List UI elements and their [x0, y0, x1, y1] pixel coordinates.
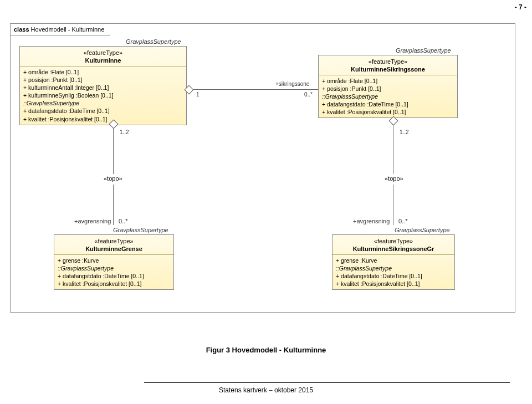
attr: + datafangstdato :DateTime [0..1] — [336, 272, 451, 280]
stereotype: «featureType» — [58, 237, 170, 245]
topo-line — [113, 185, 114, 225]
role-avgrensning: +avgrensning — [353, 218, 390, 224]
attr: + område :Flate [0..1] — [322, 77, 454, 85]
class-name: KulturminneSikringssone — [322, 65, 454, 73]
attr: + grense :Kurve — [58, 257, 170, 264]
assoc-line — [186, 89, 318, 90]
attr: + datafangstdato :DateTime [0..1] — [23, 107, 183, 115]
attr: + datafangstdato :DateTime [0..1] — [58, 272, 170, 280]
attr: + kvalitet :Posisjonskvalitet [0..1] — [23, 115, 183, 123]
stereotype: «featureType» — [23, 49, 183, 57]
mult-0star: 0..* — [398, 218, 408, 224]
attr: + kulturminneAntall :Integer [0..1] — [23, 84, 183, 91]
class-header: «featureType» KulturminneGrense — [54, 235, 173, 255]
diagram-frame: class Hovedmodell - Kulturminne Gravplas… — [10, 23, 515, 313]
mult-1-2: 1..2 — [400, 129, 409, 135]
class-sikringssone: «featureType» KulturminneSikringssone + … — [318, 55, 458, 118]
figure-caption: Figur 3 Hovedmodell - Kulturminne — [0, 346, 532, 354]
footer-text: Statens kartverk – oktober 2015 — [0, 386, 532, 394]
class-header: «featureType» Kulturminne — [20, 47, 186, 67]
attr-inherited-header: ::GravplassSupertype — [58, 264, 170, 272]
class-header: «featureType» KulturminneSikringssone — [319, 55, 457, 75]
class-header: «featureType» KulturminneSikringssoneGr — [332, 235, 454, 255]
class-attrs: + grense :Kurve ::GravplassSupertype + d… — [332, 255, 454, 290]
attr: + kvalitet :Posisjonskvalitet [0..1] — [336, 280, 451, 288]
footer-divider — [144, 382, 510, 383]
attr: + posisjon :Punkt [0..1] — [322, 85, 454, 93]
attr: + posisjon :Punkt [0..1] — [23, 76, 183, 84]
role-sikringssone: +sikringssone — [275, 81, 309, 87]
topo-label: «topo» — [385, 175, 403, 182]
frame-title-prefix: class — [14, 26, 31, 33]
mult-1-2: 1..2 — [120, 129, 129, 135]
attr: + kvalitet :Posisjonskvalitet [0..1] — [58, 280, 170, 288]
attr: + kvalitet :Posisjonskvalitet [0..1] — [322, 108, 454, 116]
class-name: Kulturminne — [23, 57, 183, 64]
supertype-label: GravplassSupertype — [395, 227, 450, 233]
class-name: KulturminneSikringssoneGr — [336, 245, 451, 253]
mult-1: 1 — [196, 91, 200, 98]
role-avgrensning: +avgrensning — [74, 218, 111, 224]
stereotype: «featureType» — [336, 237, 451, 245]
topo-label: «topo» — [104, 175, 122, 182]
mult-0star: 0..* — [304, 91, 313, 98]
supertype-label: GravplassSupertype — [396, 47, 451, 54]
frame-title-tab: class Hovedmodell - Kulturminne — [11, 24, 110, 35]
page: - 7 - class Hovedmodell - Kulturminne Gr… — [0, 0, 532, 404]
topo-line — [113, 135, 114, 174]
supertype-label: GravplassSupertype — [113, 227, 168, 233]
attr: + område :Flate [0..1] — [23, 68, 183, 76]
topo-line — [393, 185, 393, 225]
attr-inherited-header: ::GravplassSupertype — [336, 264, 451, 272]
stereotype: «featureType» — [322, 58, 454, 65]
class-grense: «featureType» KulturminneGrense + grense… — [54, 234, 174, 290]
page-number: - 7 - — [515, 3, 526, 11]
mult-0star: 0..* — [119, 218, 128, 224]
class-attrs: + område :Flate [0..1] + posisjon :Punkt… — [20, 67, 186, 125]
class-attrs: + grense :Kurve ::GravplassSupertype + d… — [54, 255, 173, 290]
class-kulturminne: «featureType» Kulturminne + område :Flat… — [19, 46, 187, 125]
topo-line — [393, 135, 393, 174]
class-name: KulturminneGrense — [58, 245, 170, 253]
supertype-label: GravplassSupertype — [126, 38, 181, 45]
frame-title: Hovedmodell - Kulturminne — [31, 26, 105, 33]
attr-inherited-header: ::GravplassSupertype — [322, 93, 454, 100]
attr-inherited-header: ::GravplassSupertype — [23, 99, 183, 107]
attr: + datafangstdato :DateTime [0..1] — [322, 100, 454, 108]
attr: + kulturminneSynlig :Boolean [0..1] — [23, 91, 183, 99]
class-sikringssonegr: «featureType» KulturminneSikringssoneGr … — [332, 234, 455, 290]
class-attrs: + område :Flate [0..1] + posisjon :Punkt… — [319, 75, 457, 118]
attr: + grense :Kurve — [336, 257, 451, 264]
